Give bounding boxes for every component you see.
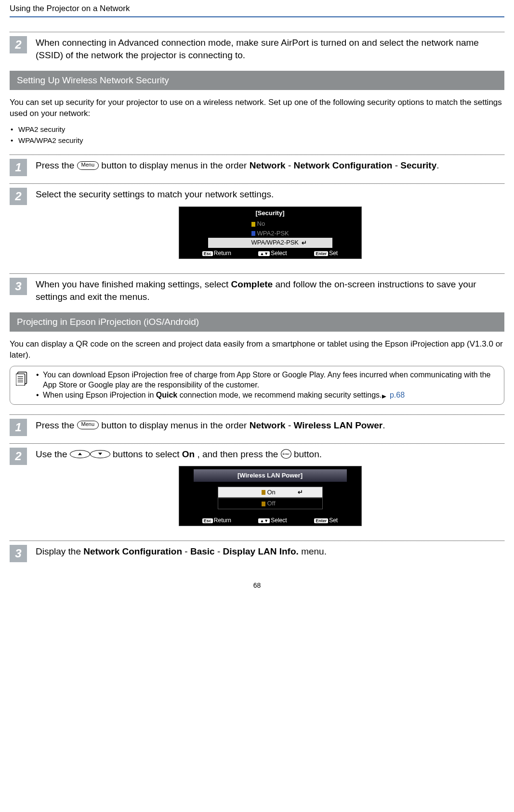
- security-step-3: 3 When you have finished making settings…: [10, 278, 504, 303]
- path-security: Security: [400, 160, 436, 170]
- note-box: You can download Epson iProjection free …: [10, 366, 504, 404]
- text: Select the security settings to match yo…: [36, 189, 274, 199]
- text: menu.: [301, 546, 327, 556]
- step-number: 3: [10, 278, 27, 295]
- text: button to display menus in the order: [101, 420, 249, 430]
- complete-label: Complete: [231, 279, 273, 289]
- divider: [10, 155, 504, 155]
- path-basic: Basic: [190, 546, 215, 556]
- step-text: When you have finished making settings, …: [36, 278, 504, 303]
- sep: -: [288, 160, 294, 170]
- text: Display the: [36, 546, 83, 556]
- note-content: You can download Epson iProjection free …: [36, 370, 497, 400]
- divider: [10, 183, 504, 184]
- wlan-osd-screenshot: [Wireless LAN Power] On↵ Off EscReturn ▲…: [179, 466, 362, 526]
- enter-button-icon: Enter: [281, 449, 291, 459]
- security-step-1: 1 Press the Menu button to display menus…: [10, 159, 504, 176]
- page-link[interactable]: p.68: [387, 391, 405, 399]
- step-text: Use the buttons to select On , and then …: [36, 448, 504, 533]
- bullet-wpa-wpa2: WPA/WPA2 security: [10, 135, 504, 146]
- text: , and then press the: [197, 449, 280, 459]
- iproj-intro: You can display a QR code on the screen …: [10, 339, 504, 361]
- text: Press the: [36, 420, 77, 430]
- text: When you have finished making settings, …: [36, 279, 231, 289]
- note-item-2: When using Epson iProjection in Quick co…: [36, 390, 497, 400]
- end: .: [382, 420, 385, 430]
- osd-title: [Security]: [179, 207, 361, 219]
- step-number: 1: [10, 419, 27, 436]
- text: When using Epson iProjection in: [43, 391, 156, 399]
- top-step-2: 2 When connecting in Advanced connection…: [10, 36, 504, 61]
- step-text: Display the Network Configuration - Basi…: [36, 545, 504, 558]
- step-text: Press the Menu button to display menus i…: [36, 159, 504, 172]
- text: Use the: [36, 449, 70, 459]
- svg-rect-1: [16, 374, 25, 386]
- sep: -: [185, 546, 190, 556]
- menu-button-icon: Menu: [77, 421, 99, 429]
- down-button-icon: [90, 450, 110, 458]
- step-text: Press the Menu button to display menus i…: [36, 419, 504, 432]
- osd-option-on: On↵: [218, 487, 323, 498]
- path-display-lan-info: Display LAN Info.: [223, 546, 299, 556]
- return-icon: ↵: [298, 488, 303, 497]
- divider: [10, 443, 504, 444]
- osd-option-wpa2: WPA2-PSK: [179, 229, 361, 238]
- page-header: Using the Projector on a Network: [10, 0, 504, 17]
- step-number: 2: [10, 448, 27, 465]
- on-label: On: [182, 449, 195, 459]
- return-icon: ↵: [302, 239, 307, 247]
- osd-footer: EscReturn ▲▼Select EnterSet: [179, 515, 361, 526]
- sep: -: [395, 160, 401, 170]
- path-network: Network: [250, 160, 286, 170]
- osd-option-no: No: [179, 219, 361, 229]
- osd-title: [Wireless LAN Power]: [194, 469, 347, 482]
- text: connection mode, we recommend making sec…: [180, 391, 382, 399]
- text: button to display menus in the order: [101, 160, 249, 170]
- page-number: 68: [10, 581, 504, 589]
- iproj-step-2: 2 Use the buttons to select On , and the…: [10, 448, 504, 533]
- security-intro: You can set up security for your project…: [10, 97, 504, 119]
- path-network: Network: [250, 420, 286, 430]
- step-text: Select the security settings to match yo…: [36, 188, 504, 266]
- menu-button-icon: Menu: [77, 161, 99, 170]
- note-icon: [16, 371, 29, 386]
- text: button.: [294, 449, 322, 459]
- security-step-2: 2 Select the security settings to match …: [10, 188, 504, 266]
- iproj-step-1: 1 Press the Menu button to display menus…: [10, 419, 504, 436]
- step-number: 2: [10, 188, 27, 205]
- path-network-config: Network Configuration: [294, 160, 393, 170]
- osd-footer: EscReturn ▲▼Select EnterSet: [179, 248, 361, 258]
- step-number: 3: [10, 545, 27, 562]
- iproj-step-3: 3 Display the Network Configuration - Ba…: [10, 545, 504, 562]
- divider: [10, 541, 504, 541]
- divider: [10, 32, 504, 32]
- security-bullets: WPA2 security WPA/WPA2 security: [10, 124, 504, 146]
- up-button-icon: [70, 450, 90, 458]
- divider: [10, 273, 504, 274]
- step-number: 1: [10, 159, 27, 176]
- quick-label: Quick: [156, 391, 177, 399]
- step-text: When connecting in Advanced connection m…: [36, 36, 504, 61]
- sep: -: [288, 420, 294, 430]
- step-number: 2: [10, 36, 27, 53]
- osd-option-selected: WPA/WPA2-PSK↵: [208, 238, 332, 247]
- text: buttons to select: [113, 449, 182, 459]
- section-header-security: Setting Up Wireless Network Security: [10, 71, 504, 90]
- end: .: [436, 160, 439, 170]
- pointer-icon: [382, 392, 387, 398]
- text: Press the: [36, 160, 77, 170]
- path-network-config: Network Configuration: [83, 546, 182, 556]
- divider: [10, 414, 504, 415]
- bullet-wpa2: WPA2 security: [10, 124, 504, 135]
- sep: -: [217, 546, 223, 556]
- section-header-iprojection: Projecting in Epson iProjection (iOS/And…: [10, 312, 504, 332]
- security-osd-screenshot: [Security] No WPA2-PSK WPA/WPA2-PSK↵ Esc…: [179, 206, 362, 259]
- osd-option-off: Off: [218, 498, 323, 509]
- path-wlan-power: Wireless LAN Power: [294, 420, 383, 430]
- note-item-1: You can download Epson iProjection free …: [36, 370, 497, 390]
